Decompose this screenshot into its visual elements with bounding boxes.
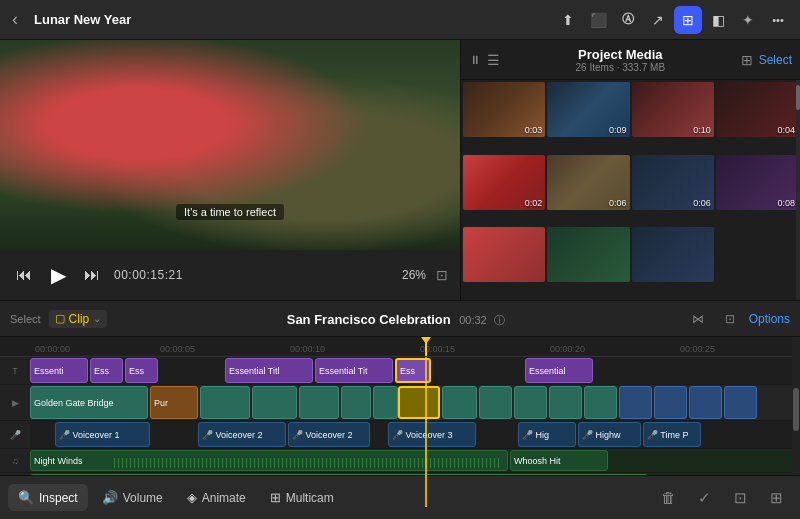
skip-forward-button[interactable]: ⏭ xyxy=(80,266,104,284)
bottom-toolbar: 🔍 Inspect 🔊 Volume ◈ Animate ⊞ Multicam … xyxy=(0,475,800,519)
ruler-mark-0: 00:00:00 xyxy=(35,344,70,354)
grid-view-icon[interactable]: ⊞ xyxy=(741,52,753,68)
clip-item[interactable]: 🎤 Highw xyxy=(578,422,641,447)
scrollbar-handle[interactable] xyxy=(796,85,800,110)
clip-item[interactable]: 🎤 Voiceover 1 xyxy=(55,422,150,447)
media-thumb[interactable]: 0:04 xyxy=(716,82,798,137)
clip-item[interactable]: 🎤 Hig xyxy=(518,422,576,447)
clip-item[interactable] xyxy=(299,386,339,419)
ruler-mark-25: 00:00:25 xyxy=(680,344,715,354)
clip-item[interactable]: 🎤 Voiceover 2 xyxy=(198,422,286,447)
media-thumb[interactable] xyxy=(632,227,714,282)
media-thumb[interactable]: 0:10 xyxy=(632,82,714,137)
split-button[interactable]: ⊡ xyxy=(724,482,756,514)
trim-tool[interactable]: ⊡ xyxy=(717,306,743,332)
title-track: Essenti Ess Ess Essential Titl Essential… xyxy=(30,357,792,385)
volume-tab[interactable]: 🔊 Volume xyxy=(92,484,173,511)
clip-item[interactable]: Whoosh Hit xyxy=(510,450,608,471)
skip-back-button[interactable]: ⏮ xyxy=(12,266,36,284)
clip-item[interactable]: Essential Tit xyxy=(315,358,393,383)
video-preview: It's a time to reflect ⏮ ▶ ⏭ 00:00:15:21… xyxy=(0,40,460,300)
clip-item[interactable]: 🎤 Voiceover 3 xyxy=(388,422,476,447)
video-track-label: ▶ xyxy=(0,385,30,421)
timeline-duration: 00:32 xyxy=(459,314,487,326)
clip-item[interactable]: Night Winds xyxy=(30,450,508,471)
clip-item[interactable]: 🎤 Voiceover 2 xyxy=(288,422,370,447)
clip-item[interactable] xyxy=(654,386,687,419)
upload-icon[interactable]: ⬆ xyxy=(554,6,582,34)
photos-icon[interactable]: ⊞ xyxy=(674,6,702,34)
clip-item[interactable]: 🎤 Time P xyxy=(643,422,701,447)
magnetic-tool[interactable]: ⋈ xyxy=(685,306,711,332)
media-thumb[interactable]: 0:08 xyxy=(716,155,798,210)
clip-item[interactable]: Ess xyxy=(90,358,123,383)
project-title: Lunar New Year xyxy=(30,12,546,27)
confirm-button[interactable]: ✓ xyxy=(688,482,720,514)
multicam-tab[interactable]: ⊞ Multicam xyxy=(260,484,344,511)
timeline-info-icon[interactable]: ⓘ xyxy=(494,314,505,326)
timeline-scrollbar-handle[interactable] xyxy=(793,388,799,431)
music-track-label: ♫ xyxy=(0,449,30,473)
inspect-tab[interactable]: 🔍 Inspect xyxy=(8,484,88,511)
camera-icon[interactable]: ⬛ xyxy=(584,6,612,34)
clip-item[interactable]: Essenti xyxy=(30,358,88,383)
clip-item[interactable] xyxy=(584,386,617,419)
media-grid: 0:03 0:09 0:10 0:04 0:02 0:06 0:06 0:08 xyxy=(461,80,800,300)
more-icon[interactable]: ••• xyxy=(764,6,792,34)
timeline-tools: ⋈ ⊡ Options xyxy=(685,306,790,332)
clip-item[interactable]: Essential xyxy=(525,358,593,383)
clip-item[interactable] xyxy=(373,386,398,419)
clip-item[interactable] xyxy=(724,386,757,419)
multicam-icon: ⊞ xyxy=(270,490,281,505)
clip-item[interactable]: Pur xyxy=(150,386,198,419)
media-panel-header: ⏸ ☰ Project Media 26 Items · 333.7 MB ⊞ … xyxy=(461,40,800,80)
delete-button[interactable]: 🗑 xyxy=(652,482,684,514)
annotation-icon[interactable]: Ⓐ xyxy=(614,6,642,34)
media-thumb[interactable] xyxy=(547,227,629,282)
zoom-icon[interactable]: ⊡ xyxy=(436,267,448,283)
media-panel-title: Project Media xyxy=(506,47,735,62)
options-button[interactable]: Options xyxy=(749,312,790,326)
select-button[interactable]: Select xyxy=(759,53,792,67)
back-button[interactable]: ‹ xyxy=(8,5,22,34)
voice-track-icon: 🎤 xyxy=(10,430,21,440)
zoom-control: 26% ⊡ xyxy=(402,267,448,283)
clip-item[interactable] xyxy=(341,386,371,419)
timeline-title: San Francisco Celebration xyxy=(287,312,451,327)
share-icon[interactable]: ↗ xyxy=(644,6,672,34)
clip-item[interactable] xyxy=(442,386,477,419)
clip-item[interactable] xyxy=(514,386,547,419)
effect-icon[interactable]: ✦ xyxy=(734,6,762,34)
clip-item[interactable] xyxy=(549,386,582,419)
list-icon[interactable]: ☰ xyxy=(487,52,500,68)
multicam-label: Multicam xyxy=(286,491,334,505)
media-thumb[interactable] xyxy=(463,227,545,282)
media-icon[interactable]: ◧ xyxy=(704,6,732,34)
clip-item[interactable] xyxy=(689,386,722,419)
clip-item[interactable] xyxy=(252,386,297,419)
play-button[interactable]: ▶ xyxy=(46,263,70,287)
media-thumb[interactable]: 0:09 xyxy=(547,82,629,137)
clip-type-selector[interactable]: ▢ Clip ⌄ xyxy=(49,310,108,328)
clip-item[interactable] xyxy=(200,386,250,419)
scrollbar[interactable] xyxy=(796,80,800,300)
clip-item-selected[interactable] xyxy=(398,386,440,419)
media-thumb[interactable]: 0:02 xyxy=(463,155,545,210)
clip-item-selected[interactable]: Ess xyxy=(395,358,431,383)
playhead xyxy=(425,337,427,356)
clip-icon: ▢ xyxy=(55,312,65,325)
clip-item[interactable]: Golden Gate Bridge xyxy=(30,386,148,419)
clip-item[interactable] xyxy=(619,386,652,419)
media-thumb[interactable]: 0:06 xyxy=(632,155,714,210)
clip-item[interactable] xyxy=(479,386,512,419)
pause-icon[interactable]: ⏸ xyxy=(469,53,481,67)
animate-tab[interactable]: ◈ Animate xyxy=(177,484,256,511)
media-thumb[interactable]: 0:06 xyxy=(547,155,629,210)
media-thumb[interactable]: 0:03 xyxy=(463,82,545,137)
clip-item[interactable]: Ess xyxy=(125,358,158,383)
crop-button[interactable]: ⊞ xyxy=(760,482,792,514)
clip-item[interactable]: Essential Titl xyxy=(225,358,313,383)
title-track-icon: T xyxy=(12,366,18,376)
clip-dropdown-icon: ⌄ xyxy=(93,313,101,324)
media-panel-subtitle: 26 Items · 333.7 MB xyxy=(506,62,735,73)
